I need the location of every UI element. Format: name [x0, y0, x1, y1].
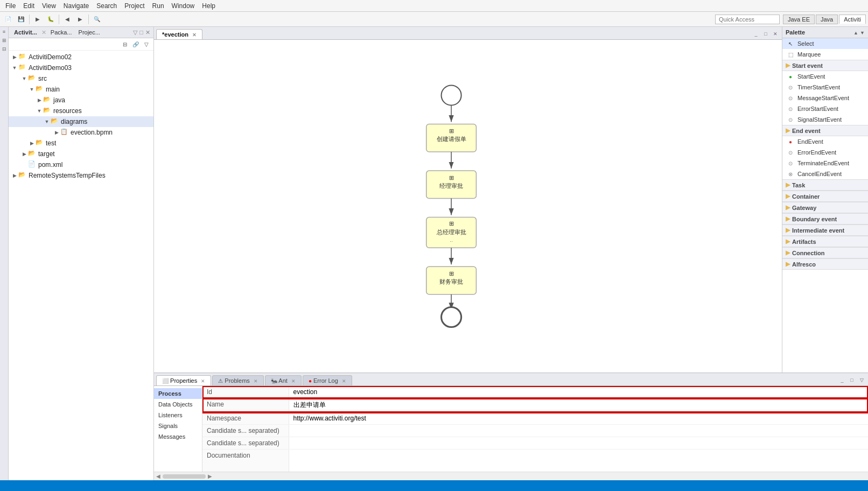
prop-category-signals[interactable]: Signals	[154, 420, 202, 431]
icon-strip-3[interactable]: ⊟	[1, 46, 8, 54]
menu-help[interactable]: Help	[199, 1, 219, 11]
palette-item-terminateendevent[interactable]: ⊙ TerminateEndEvent	[782, 158, 868, 169]
bottom-tab-ant[interactable]: 🐜 Ant ✕	[265, 375, 302, 385]
tree-item-test[interactable]: ▶ 📂 test	[9, 138, 153, 149]
palette-item-timerstartevent[interactable]: ⊙ TimerStartEvent	[782, 82, 868, 93]
toolbar-forward[interactable]: ▶	[74, 13, 86, 25]
tree-toggle-activitidemo02[interactable]: ▶	[11, 53, 18, 61]
explorer-tab-activit[interactable]: Activit...	[12, 29, 39, 36]
palette-scroll-up[interactable]: ▲	[853, 30, 858, 36]
scroll-bar[interactable]	[163, 474, 206, 479]
toolbar-search[interactable]: 🔍	[91, 13, 103, 25]
scroll-left-icon[interactable]: ◀	[156, 473, 160, 479]
panel-max[interactable]: □	[139, 29, 143, 36]
tree-toggle-activitidemo03[interactable]: ▼	[11, 64, 18, 72]
panel-header-menu[interactable]: ▽	[133, 29, 137, 36]
palette-section-boundary[interactable]: ▶ Boundary event	[782, 213, 868, 225]
prop-value-name[interactable]: 出差申请单	[289, 398, 868, 412]
canvas-main[interactable]: ⊞ 创建请假单 ⊞ 经理审批	[154, 40, 782, 373]
palette-item-endevent[interactable]: ● EndEvent	[782, 136, 868, 147]
tree-item-remotesystems[interactable]: ▶ 📂 RemoteSystemsTempFiles	[9, 170, 153, 181]
palette-item-marquee[interactable]: ⬚ Marquee	[782, 49, 868, 60]
menu-view[interactable]: View	[39, 1, 59, 11]
prop-value-candidate1[interactable]	[289, 425, 868, 437]
menu-edit[interactable]: Edit	[20, 1, 38, 11]
canvas-tab-evection[interactable]: *evection ✕	[156, 29, 202, 39]
end-event[interactable]	[442, 307, 461, 327]
menu-run[interactable]: Run	[149, 1, 167, 11]
toolbar-back[interactable]: ◀	[61, 13, 73, 25]
toolbar-new[interactable]: 📄	[2, 13, 14, 25]
perspective-activiti[interactable]: Activiti	[839, 15, 866, 24]
bottom-tab-ant-close[interactable]: ✕	[291, 378, 296, 384]
palette-section-connection[interactable]: ▶ Connection	[782, 247, 868, 258]
tree-toggle-diagrams[interactable]: ▼	[43, 118, 51, 125]
bottom-view-menu[interactable]: ▽	[857, 376, 866, 384]
menu-file[interactable]: File	[2, 1, 19, 11]
prop-category-messages[interactable]: Messages	[154, 431, 202, 442]
tree-item-main[interactable]: ▼ 📂 main	[9, 84, 153, 95]
toolbar-run[interactable]: ▶	[32, 13, 44, 25]
palette-section-container[interactable]: ▶ Container	[782, 191, 868, 202]
toolbar-save[interactable]: 💾	[15, 13, 27, 25]
tree-toggle-target[interactable]: ▶	[20, 150, 28, 158]
bottom-tab-errorlog-close[interactable]: ✕	[342, 378, 346, 384]
palette-item-messagestartevent[interactable]: ⊙ MessageStartEvent	[782, 93, 868, 103]
panel-close[interactable]: ✕	[145, 29, 150, 36]
palette-item-select[interactable]: ↖ Select	[782, 38, 868, 49]
prop-category-process[interactable]: Process	[154, 388, 202, 399]
palette-item-startevent[interactable]: ● StartEvent	[782, 71, 868, 82]
prop-category-dataobjects[interactable]: Data Objects	[154, 399, 202, 410]
palette-section-start-event[interactable]: ▶ Start event	[782, 60, 868, 71]
explorer-tab-packa[interactable]: Packa...	[48, 29, 74, 36]
scroll-right-icon[interactable]: ▶	[208, 473, 212, 479]
bottom-tab-errorlog[interactable]: ● Error Log ✕	[303, 375, 352, 385]
panel-collapse-all[interactable]: ⊟	[120, 39, 130, 49]
toolbar-debug[interactable]: 🐛	[45, 13, 57, 25]
icon-strip-1[interactable]: ≡	[1, 29, 8, 37]
bottom-tab-problems-close[interactable]: ✕	[254, 378, 258, 384]
prop-category-listeners[interactable]: Listeners	[154, 410, 202, 420]
prop-value-documentation[interactable]	[289, 450, 868, 472]
tree-toggle-main[interactable]: ▼	[28, 86, 36, 93]
menu-search[interactable]: Search	[93, 1, 120, 11]
palette-section-intermediate[interactable]: ▶ Intermediate event	[782, 225, 868, 236]
tree-item-resources[interactable]: ▼ 📂 resources	[9, 106, 153, 116]
palette-section-artifacts[interactable]: ▶ Artifacts	[782, 236, 868, 247]
tree-item-diagrams[interactable]: ▼ 📂 diagrams	[9, 116, 153, 127]
tree-item-activitidemo02[interactable]: ▶ 📁 ActivitiDemo02	[9, 52, 153, 62]
palette-section-alfresco[interactable]: ▶ Alfresco	[782, 258, 868, 270]
icon-strip-2[interactable]: ⊞	[1, 38, 8, 45]
tree-toggle-evection[interactable]: ▶	[53, 129, 60, 136]
canvas-tab-btn-minimize[interactable]: _	[752, 30, 760, 38]
panel-view-menu[interactable]: ▽	[142, 39, 151, 49]
tree-item-src[interactable]: ▼ 📂 src	[9, 73, 153, 84]
tree-item-pomxml[interactable]: ▶ 📄 pom.xml	[9, 159, 153, 170]
prop-value-id[interactable]: evection	[289, 386, 868, 398]
tree-item-activitidemo03[interactable]: ▼ 📁 ActivitiDemo03	[9, 62, 153, 73]
palette-item-cancelendevent[interactable]: ⊗ CancelEndEvent	[782, 169, 868, 179]
bottom-minimize[interactable]: _	[838, 376, 846, 384]
tree-toggle-remotesystems[interactable]: ▶	[11, 172, 18, 179]
palette-section-task[interactable]: ▶ Task	[782, 179, 868, 191]
bottom-tab-props-close[interactable]: ✕	[201, 378, 205, 384]
tree-item-java[interactable]: ▶ 📂 java	[9, 95, 153, 106]
palette-section-end-event[interactable]: ▶ End event	[782, 125, 868, 136]
palette-scroll-down[interactable]: ▼	[860, 30, 865, 36]
palette-item-errorendevent[interactable]: ⊙ ErrorEndEvent	[782, 147, 868, 158]
tree-toggle-test[interactable]: ▶	[28, 139, 36, 147]
palette-item-signalstartevent[interactable]: ⊙ SignalStartEvent	[782, 114, 868, 125]
canvas-tab-btn-close[interactable]: ✕	[771, 30, 780, 38]
prop-value-namespace[interactable]: http://www.activiti.org/test	[289, 412, 868, 425]
menu-project[interactable]: Project	[121, 1, 148, 11]
bottom-tab-problems[interactable]: ⚠ Problems ✕	[212, 375, 264, 385]
tree-item-target[interactable]: ▶ 📂 target	[9, 149, 153, 159]
explorer-tab-projec[interactable]: Projec...	[76, 29, 102, 36]
canvas-tab-close[interactable]: ✕	[192, 32, 197, 38]
bottom-tab-properties[interactable]: ⬜ Properties ✕	[156, 375, 211, 385]
perspective-javaee[interactable]: Java EE	[783, 15, 815, 24]
panel-link-editor[interactable]: 🔗	[131, 39, 141, 49]
tree-toggle-src[interactable]: ▼	[20, 75, 28, 82]
prop-value-candidate2[interactable]	[289, 437, 868, 450]
quick-access-input[interactable]	[715, 15, 780, 24]
